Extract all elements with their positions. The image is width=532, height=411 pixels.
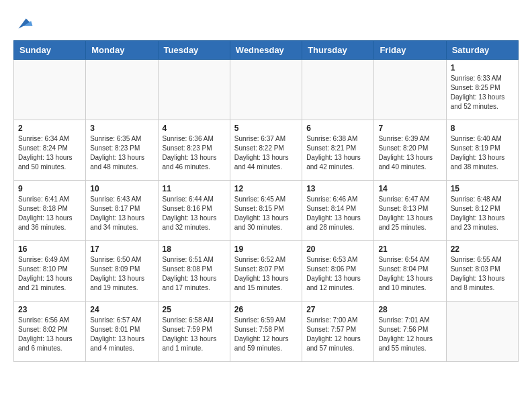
day-number: 9 bbox=[18, 184, 81, 193]
day-info: Sunrise: 6:44 AM Sunset: 8:16 PM Dayligh… bbox=[163, 195, 226, 232]
day-number: 18 bbox=[163, 244, 226, 254]
day-number: 3 bbox=[90, 124, 153, 133]
day-info: Sunrise: 6:57 AM Sunset: 8:01 PM Dayligh… bbox=[90, 316, 153, 353]
day-info: Sunrise: 6:40 AM Sunset: 8:19 PM Dayligh… bbox=[451, 134, 514, 172]
day-info: Sunrise: 6:47 AM Sunset: 8:13 PM Dayligh… bbox=[378, 195, 441, 232]
calendar-cell: 5Sunrise: 6:37 AM Sunset: 8:22 PM Daylig… bbox=[230, 120, 302, 181]
calendar-cell: 14Sunrise: 6:47 AM Sunset: 8:13 PM Dayli… bbox=[374, 181, 446, 241]
day-info: Sunrise: 6:48 AM Sunset: 8:12 PM Dayligh… bbox=[451, 195, 514, 232]
weekday-header-sunday: Sunday bbox=[14, 41, 86, 60]
calendar-cell: 28Sunrise: 7:01 AM Sunset: 7:56 PM Dayli… bbox=[374, 302, 446, 362]
day-number: 24 bbox=[90, 305, 153, 314]
day-number: 21 bbox=[378, 244, 441, 254]
day-number: 20 bbox=[306, 244, 369, 254]
calendar-cell: 20Sunrise: 6:53 AM Sunset: 8:06 PM Dayli… bbox=[302, 241, 374, 302]
day-number: 26 bbox=[234, 305, 298, 314]
day-info: Sunrise: 6:34 AM Sunset: 8:24 PM Dayligh… bbox=[18, 134, 81, 172]
calendar-cell: 13Sunrise: 6:46 AM Sunset: 8:14 PM Dayli… bbox=[302, 181, 374, 241]
day-info: Sunrise: 6:53 AM Sunset: 8:06 PM Dayligh… bbox=[306, 255, 369, 293]
calendar-cell: 1Sunrise: 6:33 AM Sunset: 8:25 PM Daylig… bbox=[446, 60, 518, 120]
day-number: 17 bbox=[90, 244, 153, 254]
weekday-header-wednesday: Wednesday bbox=[230, 41, 302, 60]
day-number: 27 bbox=[306, 305, 369, 314]
calendar-cell: 10Sunrise: 6:43 AM Sunset: 8:17 PM Dayli… bbox=[86, 181, 158, 241]
day-info: Sunrise: 7:00 AM Sunset: 7:57 PM Dayligh… bbox=[306, 316, 369, 353]
week-row-3: 9Sunrise: 6:41 AM Sunset: 8:18 PM Daylig… bbox=[14, 181, 519, 241]
day-number: 12 bbox=[234, 184, 298, 193]
day-number: 16 bbox=[18, 244, 81, 254]
weekday-header-thursday: Thursday bbox=[302, 41, 374, 60]
calendar-cell bbox=[230, 60, 302, 120]
calendar-cell: 12Sunrise: 6:45 AM Sunset: 8:15 PM Dayli… bbox=[230, 181, 302, 241]
day-number: 6 bbox=[306, 124, 369, 133]
day-number: 23 bbox=[18, 305, 81, 314]
logo-icon bbox=[13, 13, 34, 34]
calendar-cell: 11Sunrise: 6:44 AM Sunset: 8:16 PM Dayli… bbox=[158, 181, 230, 241]
calendar-cell bbox=[86, 60, 158, 120]
day-number: 22 bbox=[451, 244, 514, 254]
day-info: Sunrise: 6:35 AM Sunset: 8:23 PM Dayligh… bbox=[90, 134, 153, 172]
day-info: Sunrise: 6:52 AM Sunset: 8:07 PM Dayligh… bbox=[234, 255, 298, 293]
calendar-cell: 19Sunrise: 6:52 AM Sunset: 8:07 PM Dayli… bbox=[230, 241, 302, 302]
day-info: Sunrise: 6:37 AM Sunset: 8:22 PM Dayligh… bbox=[234, 134, 298, 172]
calendar-cell: 25Sunrise: 6:58 AM Sunset: 7:59 PM Dayli… bbox=[158, 302, 230, 362]
day-info: Sunrise: 6:55 AM Sunset: 8:03 PM Dayligh… bbox=[451, 255, 514, 293]
calendar-cell: 6Sunrise: 6:38 AM Sunset: 8:21 PM Daylig… bbox=[302, 120, 374, 181]
weekday-header-saturday: Saturday bbox=[446, 41, 518, 60]
calendar-cell bbox=[302, 60, 374, 120]
day-info: Sunrise: 7:01 AM Sunset: 7:56 PM Dayligh… bbox=[378, 316, 441, 353]
day-number: 15 bbox=[451, 184, 514, 193]
day-info: Sunrise: 6:33 AM Sunset: 8:25 PM Dayligh… bbox=[451, 74, 514, 111]
day-number: 13 bbox=[306, 184, 369, 193]
calendar-cell: 26Sunrise: 6:59 AM Sunset: 7:58 PM Dayli… bbox=[230, 302, 302, 362]
calendar-cell: 4Sunrise: 6:36 AM Sunset: 8:23 PM Daylig… bbox=[158, 120, 230, 181]
weekday-header-friday: Friday bbox=[374, 41, 446, 60]
week-row-5: 23Sunrise: 6:56 AM Sunset: 8:02 PM Dayli… bbox=[14, 302, 519, 362]
calendar-cell: 8Sunrise: 6:40 AM Sunset: 8:19 PM Daylig… bbox=[446, 120, 518, 181]
calendar-cell: 3Sunrise: 6:35 AM Sunset: 8:23 PM Daylig… bbox=[86, 120, 158, 181]
calendar-cell: 2Sunrise: 6:34 AM Sunset: 8:24 PM Daylig… bbox=[14, 120, 86, 181]
calendar: SundayMondayTuesdayWednesdayThursdayFrid… bbox=[13, 40, 519, 362]
page-header bbox=[13, 13, 519, 34]
week-row-4: 16Sunrise: 6:49 AM Sunset: 8:10 PM Dayli… bbox=[14, 241, 519, 302]
day-number: 14 bbox=[378, 184, 441, 193]
day-info: Sunrise: 6:45 AM Sunset: 8:15 PM Dayligh… bbox=[234, 195, 298, 232]
day-number: 11 bbox=[163, 184, 226, 193]
calendar-cell: 16Sunrise: 6:49 AM Sunset: 8:10 PM Dayli… bbox=[14, 241, 86, 302]
day-number: 8 bbox=[451, 124, 514, 133]
day-info: Sunrise: 6:54 AM Sunset: 8:04 PM Dayligh… bbox=[378, 255, 441, 293]
day-number: 5 bbox=[234, 124, 298, 133]
weekday-header-monday: Monday bbox=[86, 41, 158, 60]
day-info: Sunrise: 6:41 AM Sunset: 8:18 PM Dayligh… bbox=[18, 195, 81, 232]
day-number: 10 bbox=[90, 184, 153, 193]
calendar-cell: 24Sunrise: 6:57 AM Sunset: 8:01 PM Dayli… bbox=[86, 302, 158, 362]
calendar-cell bbox=[158, 60, 230, 120]
day-info: Sunrise: 6:39 AM Sunset: 8:20 PM Dayligh… bbox=[378, 134, 441, 172]
day-info: Sunrise: 6:59 AM Sunset: 7:58 PM Dayligh… bbox=[234, 316, 298, 353]
calendar-cell: 23Sunrise: 6:56 AM Sunset: 8:02 PM Dayli… bbox=[14, 302, 86, 362]
day-info: Sunrise: 6:51 AM Sunset: 8:08 PM Dayligh… bbox=[163, 255, 226, 293]
day-number: 19 bbox=[234, 244, 298, 254]
day-number: 7 bbox=[378, 124, 441, 133]
day-number: 2 bbox=[18, 124, 81, 133]
day-info: Sunrise: 6:49 AM Sunset: 8:10 PM Dayligh… bbox=[18, 255, 81, 293]
calendar-cell: 9Sunrise: 6:41 AM Sunset: 8:18 PM Daylig… bbox=[14, 181, 86, 241]
day-number: 4 bbox=[163, 124, 226, 133]
calendar-cell: 15Sunrise: 6:48 AM Sunset: 8:12 PM Dayli… bbox=[446, 181, 518, 241]
day-number: 28 bbox=[378, 305, 441, 314]
calendar-cell bbox=[14, 60, 86, 120]
week-row-1: 1Sunrise: 6:33 AM Sunset: 8:25 PM Daylig… bbox=[14, 60, 519, 120]
calendar-cell: 22Sunrise: 6:55 AM Sunset: 8:03 PM Dayli… bbox=[446, 241, 518, 302]
logo bbox=[13, 13, 36, 34]
calendar-cell bbox=[446, 302, 518, 362]
day-number: 25 bbox=[163, 305, 226, 314]
day-info: Sunrise: 6:43 AM Sunset: 8:17 PM Dayligh… bbox=[90, 195, 153, 232]
day-info: Sunrise: 6:58 AM Sunset: 7:59 PM Dayligh… bbox=[163, 316, 226, 353]
calendar-cell: 18Sunrise: 6:51 AM Sunset: 8:08 PM Dayli… bbox=[158, 241, 230, 302]
weekday-header-tuesday: Tuesday bbox=[158, 41, 230, 60]
calendar-cell: 27Sunrise: 7:00 AM Sunset: 7:57 PM Dayli… bbox=[302, 302, 374, 362]
weekday-header-row: SundayMondayTuesdayWednesdayThursdayFrid… bbox=[14, 41, 519, 60]
day-number: 1 bbox=[451, 63, 514, 73]
day-info: Sunrise: 6:50 AM Sunset: 8:09 PM Dayligh… bbox=[90, 255, 153, 293]
week-row-2: 2Sunrise: 6:34 AM Sunset: 8:24 PM Daylig… bbox=[14, 120, 519, 181]
